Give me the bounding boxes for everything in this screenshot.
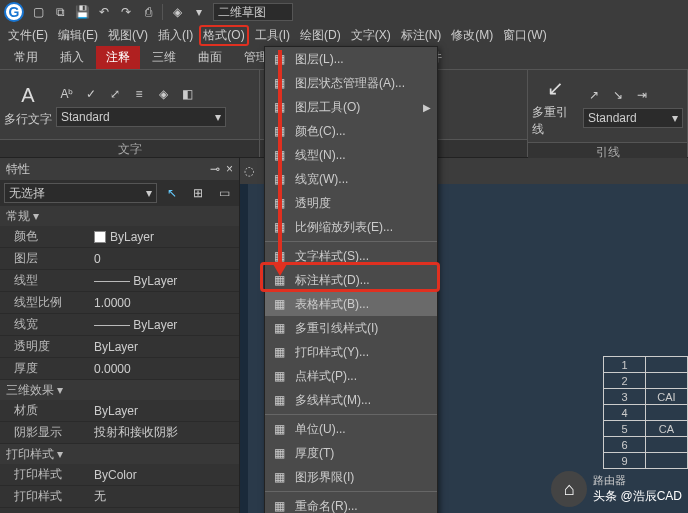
menu-item[interactable]: 绘图(D) bbox=[296, 25, 345, 46]
leader-tool-3[interactable]: ⇥ bbox=[631, 84, 653, 106]
dropdown-icon[interactable]: ▾ bbox=[191, 4, 207, 20]
menu-item[interactable]: ▦重命名(R)... bbox=[265, 494, 437, 513]
property-value[interactable]: 投射和接收阴影 bbox=[90, 424, 239, 441]
table-cell[interactable]: 2 bbox=[604, 373, 646, 389]
table-cell[interactable] bbox=[646, 453, 688, 469]
property-row[interactable]: 线宽——— ByLayer bbox=[0, 314, 239, 336]
ribbon-tab[interactable]: 常用 bbox=[4, 46, 48, 69]
table-cell[interactable]: 1 bbox=[604, 357, 646, 373]
property-row[interactable]: 厚度0.0000 bbox=[0, 358, 239, 380]
property-value[interactable]: 0.0000 bbox=[90, 362, 239, 376]
menu-item[interactable]: ▦图形界限(I) bbox=[265, 465, 437, 489]
menu-item[interactable]: ▦点样式(P)... bbox=[265, 364, 437, 388]
misc-icon[interactable]: ◧ bbox=[176, 83, 198, 105]
save-icon[interactable]: 💾 bbox=[74, 4, 90, 20]
property-row[interactable]: 材质ByLayer bbox=[0, 400, 239, 422]
leader-tool-2[interactable]: ↘ bbox=[607, 84, 629, 106]
ribbon-tab[interactable]: 三维 bbox=[142, 46, 186, 69]
menu-item[interactable]: ▦厚度(T) bbox=[265, 441, 437, 465]
ribbon-tab[interactable]: 注释 bbox=[96, 46, 140, 69]
app-logo[interactable]: G bbox=[4, 2, 24, 22]
menu-item[interactable]: 编辑(E) bbox=[54, 25, 102, 46]
spell-icon[interactable]: ✓ bbox=[80, 83, 102, 105]
menu-item[interactable]: ▦文字样式(S)... bbox=[265, 244, 437, 268]
table-cell[interactable]: CA bbox=[646, 421, 688, 437]
menu-item[interactable]: ▦多重引线样式(I) bbox=[265, 316, 437, 340]
property-group-header[interactable]: 常规 ▾ bbox=[0, 206, 239, 226]
menu-item[interactable]: ▦线型(N)... bbox=[265, 143, 437, 167]
table-cell[interactable] bbox=[646, 357, 688, 373]
select-icon[interactable]: ▭ bbox=[213, 182, 235, 204]
open-icon[interactable]: ⧉ bbox=[52, 4, 68, 20]
menu-item[interactable]: ▦线宽(W)... bbox=[265, 167, 437, 191]
property-value[interactable]: ByLayer bbox=[90, 340, 239, 354]
text-style-combo[interactable]: Standard▾ bbox=[56, 107, 226, 127]
property-value[interactable]: ——— ByLayer bbox=[90, 274, 239, 288]
menu-item[interactable]: 视图(V) bbox=[104, 25, 152, 46]
menu-item[interactable]: ▦单位(U)... bbox=[265, 417, 437, 441]
menu-item[interactable]: ▦表格样式(B)... bbox=[265, 292, 437, 316]
table-cell[interactable]: 6 bbox=[604, 437, 646, 453]
property-value[interactable]: ByColor bbox=[90, 468, 239, 482]
table-cell[interactable] bbox=[646, 373, 688, 389]
property-value[interactable]: 无 bbox=[90, 488, 239, 505]
ribbon-tab[interactable]: 插入 bbox=[50, 46, 94, 69]
menu-item[interactable]: ▦图层状态管理器(A)... bbox=[265, 71, 437, 95]
leader-style-combo[interactable]: Standard▾ bbox=[583, 108, 683, 128]
menu-item[interactable]: ▦颜色(C)... bbox=[265, 119, 437, 143]
menu-item[interactable]: ▦图层工具(O)▶ bbox=[265, 95, 437, 119]
layers-icon[interactable]: ◈ bbox=[169, 4, 185, 20]
property-row[interactable]: 线型比例1.0000 bbox=[0, 292, 239, 314]
align-icon[interactable]: ≡ bbox=[128, 83, 150, 105]
text-tool-icon[interactable]: Aᵇ bbox=[56, 83, 78, 105]
property-row[interactable]: 线型——— ByLayer bbox=[0, 270, 239, 292]
menu-item[interactable]: ▦标注样式(D)... bbox=[265, 268, 437, 292]
property-group-header[interactable]: 打印样式 ▾ bbox=[0, 444, 239, 464]
mtext-button[interactable]: A 多行文字 bbox=[4, 81, 52, 128]
menu-item[interactable]: ▦打印样式(Y)... bbox=[265, 340, 437, 364]
property-value[interactable]: ByLayer bbox=[90, 404, 239, 418]
property-group-header[interactable]: 三维效果 ▾ bbox=[0, 380, 239, 400]
ribbon-tab[interactable]: 曲面 bbox=[188, 46, 232, 69]
menu-item[interactable]: 窗口(W) bbox=[499, 25, 550, 46]
menu-item[interactable]: 修改(M) bbox=[447, 25, 497, 46]
undo-icon[interactable]: ↶ bbox=[96, 4, 112, 20]
table-cell[interactable]: CAI bbox=[646, 389, 688, 405]
table-cell[interactable]: 3 bbox=[604, 389, 646, 405]
table-cell[interactable] bbox=[646, 437, 688, 453]
property-value[interactable]: ByLayer bbox=[90, 230, 239, 244]
property-row[interactable]: 图层0 bbox=[0, 248, 239, 270]
menu-item[interactable]: ▦比例缩放列表(E)... bbox=[265, 215, 437, 239]
menu-item[interactable]: 插入(I) bbox=[154, 25, 197, 46]
table-cell[interactable]: 4 bbox=[604, 405, 646, 421]
menu-item[interactable]: ▦透明度 bbox=[265, 191, 437, 215]
tab-start-icon[interactable]: ◌ bbox=[244, 164, 254, 178]
property-row[interactable]: 打印样式ByColor bbox=[0, 464, 239, 486]
close-icon[interactable]: × bbox=[226, 162, 233, 176]
menu-item[interactable]: 文件(E) bbox=[4, 25, 52, 46]
mleader-button[interactable]: ↙ 多重引线 bbox=[532, 74, 579, 138]
selection-combo[interactable]: 无选择▾ bbox=[4, 183, 157, 203]
property-value[interactable]: 1.0000 bbox=[90, 296, 239, 310]
pickadd-icon[interactable]: ⊞ bbox=[187, 182, 209, 204]
pin-icon[interactable]: ⊸ bbox=[210, 162, 220, 176]
menu-item[interactable]: ▦图层(L)... bbox=[265, 47, 437, 71]
print-icon[interactable]: ⎙ bbox=[140, 4, 156, 20]
property-row[interactable]: 阴影显示投射和接收阴影 bbox=[0, 422, 239, 444]
leader-tool-1[interactable]: ↗ bbox=[583, 84, 605, 106]
menu-item[interactable]: 格式(O) bbox=[199, 25, 248, 46]
property-row[interactable]: 透明度ByLayer bbox=[0, 336, 239, 358]
table-cell[interactable]: 5 bbox=[604, 421, 646, 437]
redo-icon[interactable]: ↷ bbox=[118, 4, 134, 20]
new-icon[interactable]: ▢ bbox=[30, 4, 46, 20]
workspace-input[interactable] bbox=[213, 3, 293, 21]
property-row[interactable]: 颜色ByLayer bbox=[0, 226, 239, 248]
property-value[interactable]: 0 bbox=[90, 252, 239, 266]
menu-item[interactable]: 标注(N) bbox=[397, 25, 446, 46]
drawing-table[interactable]: 123CAI45CA69 bbox=[603, 356, 688, 469]
menu-item[interactable]: ▦多线样式(M)... bbox=[265, 388, 437, 412]
menu-item[interactable]: 文字(X) bbox=[347, 25, 395, 46]
table-cell[interactable] bbox=[646, 405, 688, 421]
menu-item[interactable]: 工具(I) bbox=[251, 25, 294, 46]
property-value[interactable]: ——— ByLayer bbox=[90, 318, 239, 332]
